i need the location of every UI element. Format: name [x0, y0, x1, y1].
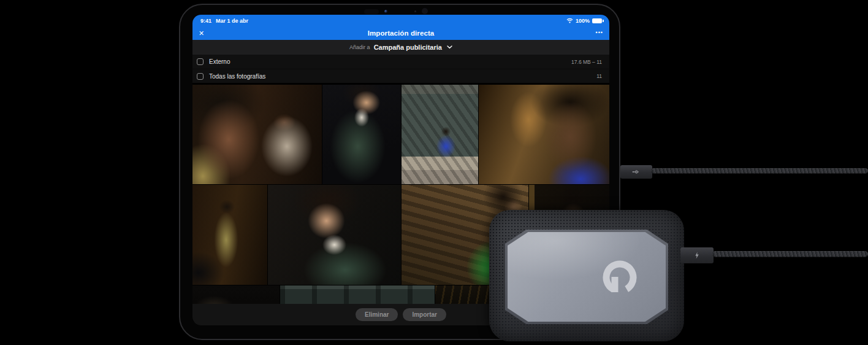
section-row-all-photos[interactable]: Todas las fotografías 11 [192, 69, 609, 83]
drive-plate-face [508, 232, 666, 322]
section-row-externo[interactable]: Externo 17.6 MB – 11 [192, 55, 609, 69]
status-date: Mar 1 de abr [216, 18, 248, 24]
photo-thumbnail-6[interactable] [268, 185, 401, 285]
bezel-sensor [364, 9, 379, 14]
usb-cable-tablet [620, 165, 868, 179]
usb-trident-icon [632, 169, 641, 174]
status-indicators: 100% [566, 18, 602, 24]
bezel-camera-ring [422, 8, 428, 14]
import-button[interactable]: Importar [403, 308, 446, 321]
status-bar: 9:41Mar 1 de abr 100% [192, 15, 609, 26]
usb-plug [680, 247, 714, 263]
wifi-icon [566, 18, 573, 23]
battery-icon [592, 18, 602, 23]
usb-cable-drive [680, 247, 868, 264]
photo-thumbnail-3[interactable] [402, 85, 478, 184]
delete-button[interactable]: Eliminar [356, 308, 398, 321]
status-time-date: 9:41Mar 1 de abr [200, 18, 253, 24]
app-header: ✕ Importación directa ••• [192, 26, 609, 40]
all-photos-checkbox[interactable] [197, 73, 204, 80]
add-to-label: Añadir a [349, 44, 370, 50]
photo-thumbnail-9[interactable] [192, 285, 280, 304]
page-title: Importación directa [192, 29, 609, 37]
usb-plug [620, 165, 652, 179]
bezel-dot [414, 10, 416, 12]
status-time: 9:41 [200, 18, 211, 24]
braided-wire [651, 168, 868, 174]
externo-checkbox[interactable] [197, 58, 204, 65]
section-label: Todas las fotografías [209, 73, 596, 80]
add-to-bar[interactable]: Añadir a Campaña publicitaria [192, 40, 609, 55]
thunderbolt-icon [695, 252, 699, 259]
album-dropdown[interactable]: Campaña publicitaria [374, 44, 442, 51]
g-technology-logo-icon [601, 258, 639, 297]
drive-metal-plate [505, 230, 668, 324]
scene: 9:41Mar 1 de abr 100% ✕ Importación dire… [0, 0, 868, 345]
external-ssd-drive [489, 210, 684, 341]
more-options-button[interactable]: ••• [596, 26, 603, 39]
photo-thumbnail-2[interactable] [322, 85, 401, 184]
photo-thumbnail-4[interactable] [479, 85, 609, 184]
photo-thumbnail-5[interactable] [192, 185, 267, 285]
braided-wire [712, 251, 868, 257]
photo-thumbnail-1[interactable] [192, 85, 322, 184]
chevron-down-icon[interactable] [447, 45, 452, 49]
front-camera-icon [384, 10, 387, 13]
photo-thumbnail-10[interactable] [280, 285, 435, 304]
close-button[interactable]: ✕ [199, 26, 204, 40]
battery-percent: 100% [576, 18, 590, 24]
section-meta: 17.6 MB – 11 [571, 59, 602, 65]
section-meta: 11 [596, 73, 602, 79]
section-label: Externo [209, 58, 571, 65]
